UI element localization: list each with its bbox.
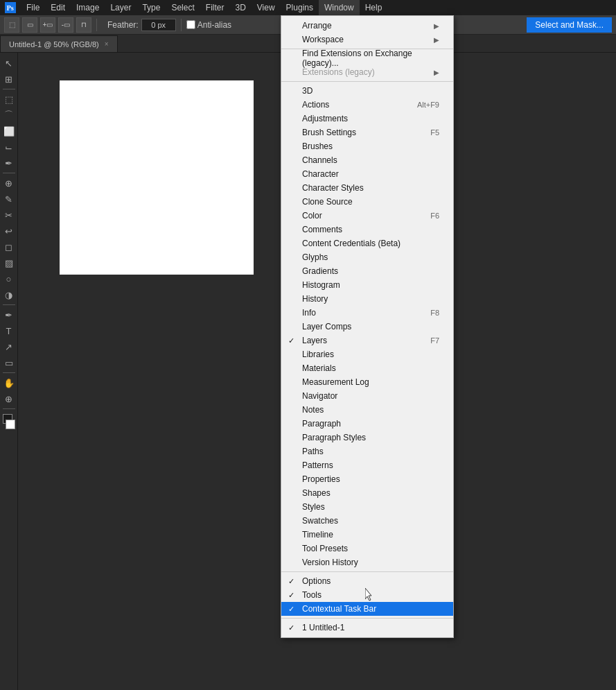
separator-3 bbox=[281, 571, 453, 572]
menu-item-materials[interactable]: Materials bbox=[281, 361, 453, 375]
menu-item-tools[interactable]: ✓ Tools bbox=[281, 588, 453, 602]
menu-item-layers[interactable]: ✓ Layers F7 bbox=[281, 334, 453, 347]
menu-item-layer-comps[interactable]: Layer Comps bbox=[281, 320, 453, 334]
menu-item-history[interactable]: History bbox=[281, 292, 453, 306]
arrow-icon: ▶ bbox=[434, 69, 439, 76]
menu-item-paths[interactable]: Paths bbox=[281, 445, 453, 458]
menu-item-info[interactable]: Info F8 bbox=[281, 306, 453, 320]
menu-item-character[interactable]: Character bbox=[281, 167, 453, 181]
menu-item-styles[interactable]: Styles bbox=[281, 500, 453, 514]
menu-item-paragraph-styles[interactable]: Paragraph Styles bbox=[281, 431, 453, 445]
check-icon: ✓ bbox=[288, 591, 294, 600]
menu-item-timeline[interactable]: Timeline bbox=[281, 528, 453, 542]
menu-item-glyphs[interactable]: Glyphs bbox=[281, 250, 453, 264]
menu-item-comments[interactable]: Comments bbox=[281, 223, 453, 236]
menu-item-brushes[interactable]: Brushes bbox=[281, 139, 453, 153]
arrow-icon: ▶ bbox=[434, 22, 439, 30]
menu-item-channels[interactable]: Channels bbox=[281, 153, 453, 167]
menu-item-character-styles[interactable]: Character Styles bbox=[281, 181, 453, 195]
menu-item-shapes[interactable]: Shapes bbox=[281, 486, 453, 500]
separator-2 bbox=[281, 81, 453, 82]
window-dropdown-menu: Arrange ▶ Workspace ▶ Find Extensions on… bbox=[281, 15, 454, 638]
menu-item-properties[interactable]: Properties bbox=[281, 472, 453, 486]
check-icon: ✓ bbox=[288, 336, 294, 345]
menu-item-patterns[interactable]: Patterns bbox=[281, 458, 453, 472]
check-icon: ✓ bbox=[288, 577, 294, 586]
shortcut-brush: F5 bbox=[430, 128, 439, 137]
menu-item-3d[interactable]: 3D bbox=[281, 84, 453, 98]
arrow-icon: ▶ bbox=[434, 36, 439, 44]
menu-item-color[interactable]: Color F6 bbox=[281, 209, 453, 223]
menu-item-tool-presets[interactable]: Tool Presets bbox=[281, 542, 453, 555]
check-icon: ✓ bbox=[288, 605, 294, 614]
menu-item-workspace[interactable]: Workspace ▶ bbox=[281, 33, 453, 46]
menu-item-content-credentials[interactable]: Content Credentials (Beta) bbox=[281, 236, 453, 250]
menu-item-extensions-legacy: Extensions (legacy) ▶ bbox=[281, 65, 453, 79]
check-icon: ✓ bbox=[288, 623, 294, 632]
menu-item-gradients[interactable]: Gradients bbox=[281, 264, 453, 278]
menu-item-navigator[interactable]: Navigator bbox=[281, 389, 453, 403]
menu-item-paragraph[interactable]: Paragraph bbox=[281, 417, 453, 431]
menu-item-clone-source[interactable]: Clone Source bbox=[281, 195, 453, 209]
menu-item-options[interactable]: ✓ Options bbox=[281, 574, 453, 588]
menu-item-adjustments[interactable]: Adjustments bbox=[281, 112, 453, 126]
menu-item-swatches[interactable]: Swatches bbox=[281, 514, 453, 528]
shortcut-layers: F7 bbox=[430, 336, 439, 345]
menu-item-notes[interactable]: Notes bbox=[281, 403, 453, 417]
separator-4 bbox=[281, 618, 453, 619]
menu-item-contextual-task-bar[interactable]: ✓ Contextual Task Bar bbox=[281, 602, 453, 616]
menu-item-brush-settings[interactable]: Brush Settings F5 bbox=[281, 126, 453, 139]
shortcut-actions: Alt+F9 bbox=[417, 101, 439, 109]
shortcut-info: F8 bbox=[430, 309, 439, 317]
shortcut-color: F6 bbox=[430, 212, 439, 220]
menu-item-actions[interactable]: Actions Alt+F9 bbox=[281, 98, 453, 112]
menu-item-arrange[interactable]: Arrange ▶ bbox=[281, 19, 453, 33]
dropdown-overlay[interactable]: Arrange ▶ Workspace ▶ Find Extensions on… bbox=[0, 0, 616, 690]
menu-item-histogram[interactable]: Histogram bbox=[281, 278, 453, 292]
menu-item-1-untitled[interactable]: ✓ 1 Untitled-1 bbox=[281, 621, 453, 635]
menu-item-find-extensions[interactable]: Find Extensions on Exchange (legacy)... bbox=[281, 51, 453, 65]
menu-item-measurement-log[interactable]: Measurement Log bbox=[281, 375, 453, 389]
menu-item-libraries[interactable]: Libraries bbox=[281, 347, 453, 361]
menu-item-version-history[interactable]: Version History bbox=[281, 555, 453, 569]
